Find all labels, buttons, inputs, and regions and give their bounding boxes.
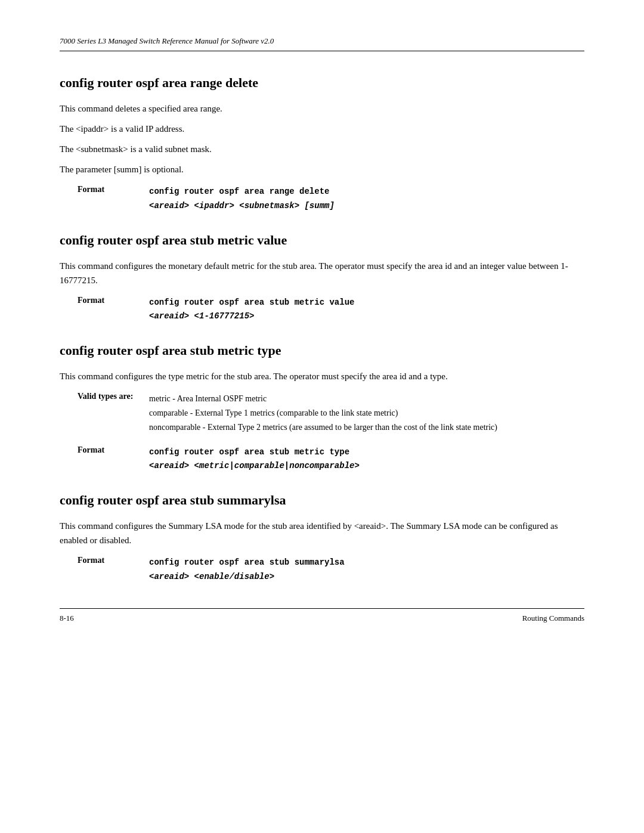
section3-valid-types-label: Valid types are: [60, 392, 149, 434]
section-range-delete: config router ospf area range delete Thi… [60, 75, 584, 213]
section1-para3: The <subnetmask> is a valid subnet mask. [60, 142, 584, 156]
section-stub-summarylsa: config router ospf area stub summarylsa … [60, 493, 584, 584]
header: 7000 Series L3 Managed Switch Reference … [60, 36, 584, 51]
section4-title: config router ospf area stub summarylsa [60, 493, 584, 508]
section3-format-table: Format config router ospf area stub metr… [60, 445, 584, 474]
footer-left: 8-16 [60, 614, 74, 623]
section4-format-line2: <areaid> <enable/disable> [149, 572, 274, 581]
section2-format-line1: config router ospf area stub metric valu… [149, 298, 354, 307]
section3-format-label: Format [60, 445, 149, 474]
page: 7000 Series L3 Managed Switch Reference … [0, 0, 644, 833]
section1-format-line2: <areaid> <ipaddr> <subnetmask> [summ] [149, 201, 335, 210]
section4-para1: This command configures the Summary LSA … [60, 519, 584, 547]
footer: 8-16 Routing Commands [60, 608, 584, 623]
section4-format-table: Format config router ospf area stub summ… [60, 556, 584, 584]
section2-format-value: config router ospf area stub metric valu… [149, 296, 584, 324]
section1-format-label: Format [60, 185, 149, 213]
header-text: 7000 Series L3 Managed Switch Reference … [60, 36, 274, 45]
section2-format-label: Format [60, 296, 149, 324]
section4-format-line1: config router ospf area stub summarylsa [149, 558, 345, 567]
section3-title: config router ospf area stub metric type [60, 343, 584, 358]
section2-title: config router ospf area stub metric valu… [60, 233, 584, 248]
section1-format-value: config router ospf area range delete <ar… [149, 185, 584, 213]
section2-format-table: Format config router ospf area stub metr… [60, 296, 584, 324]
section1-format-row: Format config router ospf area range del… [60, 185, 584, 213]
valid-type-3: noncomparable - External Type 2 metrics … [149, 420, 584, 435]
section2-format-line2: <areaid> <1-16777215> [149, 311, 254, 321]
valid-type-2: comparable - External Type 1 metrics (co… [149, 406, 584, 420]
section3-format-line1: config router ospf area stub metric type [149, 447, 349, 457]
section-stub-metric-value: config router ospf area stub metric valu… [60, 233, 584, 324]
footer-right: Routing Commands [522, 614, 584, 623]
section3-valid-types-table: Valid types are: metric - Area Internal … [60, 392, 584, 434]
section4-format-value: config router ospf area stub summarylsa … [149, 556, 584, 584]
section3-format-value: config router ospf area stub metric type… [149, 445, 584, 474]
section1-para2: The <ipaddr> is a valid IP address. [60, 122, 584, 136]
section1-format-table: Format config router ospf area range del… [60, 185, 584, 213]
section1-format-line1: config router ospf area range delete [149, 187, 329, 196]
section2-para1: This command configures the monetary def… [60, 259, 584, 287]
valid-type-1: metric - Area Internal OSPF metric [149, 392, 584, 406]
section2-format-row: Format config router ospf area stub metr… [60, 296, 584, 324]
section1-title: config router ospf area range delete [60, 75, 584, 91]
section3-valid-types-row: Valid types are: metric - Area Internal … [60, 392, 584, 434]
section3-valid-types-value: metric - Area Internal OSPF metric compa… [149, 392, 584, 434]
section3-para1: This command configures the type metric … [60, 369, 584, 383]
section1-para1: This command deletes a specified area ra… [60, 101, 584, 116]
section3-format-line2: <areaid> <metric|comparable|noncomparabl… [149, 461, 360, 470]
section-stub-metric-type: config router ospf area stub metric type… [60, 343, 584, 473]
section3-format-row: Format config router ospf area stub metr… [60, 445, 584, 474]
section1-para4: The parameter [summ] is optional. [60, 162, 584, 176]
section4-format-label: Format [60, 556, 149, 584]
section4-format-row: Format config router ospf area stub summ… [60, 556, 584, 584]
